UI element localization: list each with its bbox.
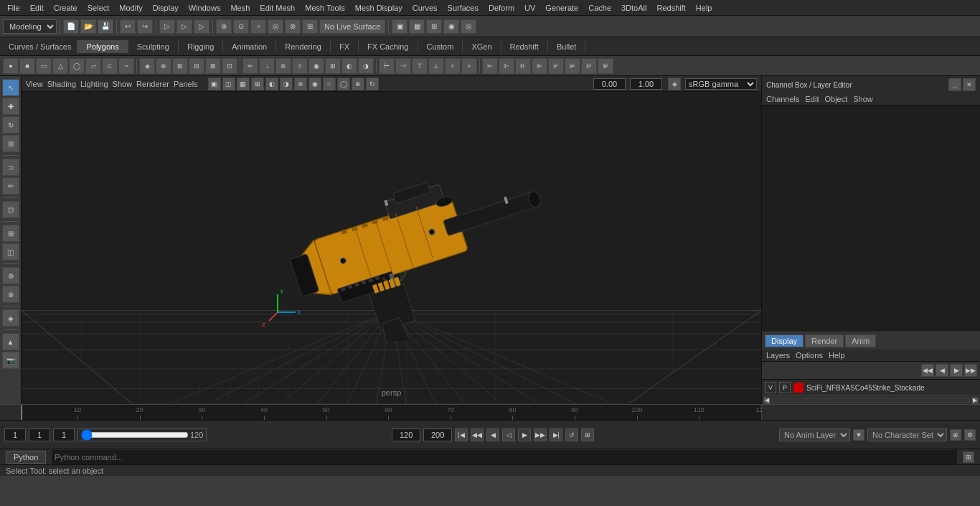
vp-ico8[interactable]: ◉ [308,78,321,90]
vp-ico6[interactable]: ◑ [280,78,293,90]
tab-polygons[interactable]: Polygons [77,40,128,53]
layer-prev-btn[interactable]: ◀◀ [921,364,934,377]
layer-vis-btn[interactable]: ◈ [2,309,19,327]
plane-ico[interactable]: ▱ [85,58,101,74]
bridge-ico[interactable]: ⊛ [275,58,291,74]
paint-ico6[interactable]: ⊭ [565,58,580,74]
tool-ico4[interactable]: ⊥ [428,58,444,74]
vp-ico3[interactable]: ▦ [237,78,250,90]
menu-help[interactable]: Help [692,2,717,14]
tab-animation[interactable]: Animation [223,40,276,53]
layer-p-toggle[interactable]: P [779,382,791,393]
cylinder-ico[interactable]: ▭ [36,58,52,74]
render-btn5[interactable]: ◎ [461,19,476,34]
no-char-set-select[interactable]: No Character Set [867,428,947,441]
lighting-menu[interactable]: Lighting [80,80,108,88]
paint-ico2[interactable]: ⊩ [499,58,514,74]
tab-xgen[interactable]: XGen [463,40,501,53]
cube-ico[interactable]: ■ [19,58,35,74]
options-menu-item[interactable]: Options [796,351,823,360]
current-frame-input[interactable] [4,428,26,441]
bevel-ico[interactable]: ◊ [292,58,308,74]
panels-menu[interactable]: Panels [174,80,198,88]
object-menu[interactable]: Object [824,95,847,103]
lasso-tool-btn[interactable]: ⊃ [2,159,19,176]
status-icon1[interactable]: ⊞ [963,451,974,463]
transform-btn1[interactable]: ▷ [159,19,175,34]
mirror-ico[interactable]: ◑ [358,58,374,74]
render-btn4[interactable]: ◉ [443,19,459,34]
view-menu[interactable]: View [26,80,43,88]
select-tool-btn[interactable]: ↖ [2,79,19,96]
snap-btn3[interactable]: ○ [250,19,266,34]
paint-ico5[interactable]: ⊬ [548,58,564,74]
menu-edit[interactable]: Edit [26,2,48,14]
anim-set-btn[interactable]: ⊞ [581,428,594,441]
cb-minimize-btn[interactable]: _ [948,78,961,91]
vp-ico7[interactable]: ⊛ [294,78,307,90]
render-btn3[interactable]: ⊞ [426,19,442,34]
vp-ico2[interactable]: ◫ [222,78,235,90]
arrow-btn[interactable]: ▲ [2,333,19,350]
tab-custom[interactable]: Custom [418,40,463,53]
channels-menu[interactable]: Channels [766,95,799,103]
value-a-input[interactable] [593,78,626,90]
layer-fwd-btn[interactable]: ▶ [950,364,963,377]
smooth-ico[interactable]: ◐ [341,58,357,74]
cone-ico[interactable]: △ [52,58,68,74]
rotate-tool-btn[interactable]: ↻ [2,116,19,133]
uv-ico[interactable]: ⊠ [205,58,221,74]
vp-ico11[interactable]: ⊕ [352,78,364,90]
layer-v-toggle[interactable]: V [765,382,776,393]
frame-num-input[interactable] [53,428,75,441]
menu-select[interactable]: Select [83,2,114,14]
tool-ico2[interactable]: ⊣ [395,58,411,74]
menu-mesh-tools[interactable]: Mesh Tools [301,2,349,14]
total-frames-input[interactable] [423,428,452,441]
layer-last-btn[interactable]: ▶▶ [964,364,977,377]
back-btn[interactable]: ◀ [486,428,499,441]
render-btn2[interactable]: ▦ [409,19,425,34]
open-file-btn[interactable]: 📂 [80,19,96,34]
tool-ico6[interactable]: ⊧ [461,58,477,74]
layer-color-swatch[interactable] [793,383,804,393]
menu-3dtall[interactable]: 3DtoAll [617,2,651,14]
display-tab[interactable]: Display [765,334,804,347]
grid-btn[interactable]: ⊞ [2,225,19,242]
tab-rigging[interactable]: Rigging [179,40,223,53]
vp-ico10[interactable]: ◯ [337,78,350,90]
camera-btn[interactable]: 📷 [2,352,19,369]
layers-menu-item[interactable]: Layers [766,351,790,360]
timeline-slider[interactable] [81,431,189,439]
save-file-btn[interactable]: 💾 [98,19,113,34]
menu-deform[interactable]: Deform [484,2,519,14]
menu-uv[interactable]: UV [520,2,540,14]
tool-ico5[interactable]: ⊦ [445,58,461,74]
tab-fx-caching[interactable]: FX Caching [359,40,418,53]
python-tab[interactable]: Python [6,451,46,464]
menu-curves[interactable]: Curves [408,2,442,14]
char-set-icon1[interactable]: ⊕ [950,429,961,441]
scroll-left-btn[interactable]: ◀ [763,397,771,404]
tab-rendering[interactable]: Rendering [276,40,331,53]
menu-file[interactable]: File [3,2,24,14]
layer-back-btn[interactable]: ◀ [936,364,948,377]
char-set-icon2[interactable]: ⚙ [964,429,976,441]
pen-ico[interactable]: ✏ [242,58,258,74]
menu-cache[interactable]: Cache [584,2,616,14]
shading-menu[interactable]: Shading [47,80,76,88]
new-file-btn[interactable]: 📄 [63,19,79,34]
menu-modify[interactable]: Modify [115,2,146,14]
wireframe-btn[interactable]: ◫ [2,243,19,261]
vp-ico5[interactable]: ◐ [265,78,278,90]
face-ico[interactable]: ◈ [139,58,155,74]
menu-mesh[interactable]: Mesh [226,2,254,14]
scroll-right-btn[interactable]: ▶ [971,397,979,404]
undo-btn[interactable]: ↩ [120,19,136,34]
tool-ico3[interactable]: ⊤ [412,58,428,74]
snap-btn1[interactable]: ⊕ [216,19,232,34]
menu-redshift[interactable]: Redshift [652,2,689,14]
scroll-track[interactable] [772,398,970,403]
anim-tab[interactable]: Anim [845,334,876,347]
timeline-content[interactable]: 1102030405060708090100110120 [22,405,761,420]
